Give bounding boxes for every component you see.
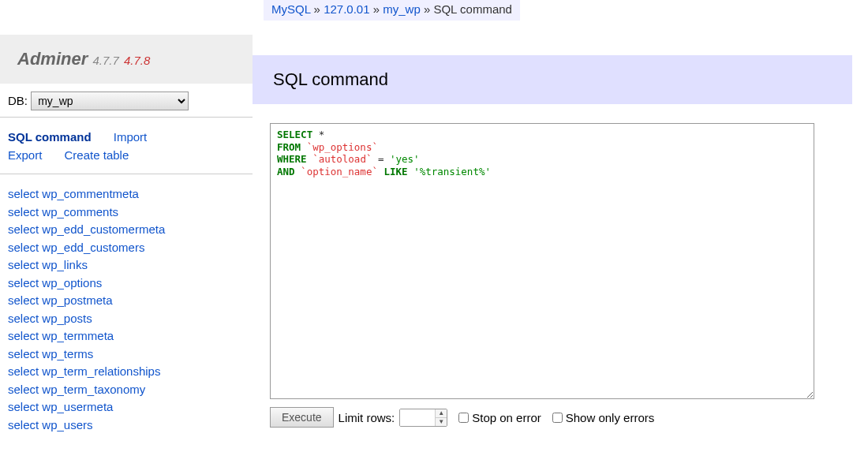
page-title-wrap: SQL command xyxy=(253,55,852,104)
limit-rows-label: Limit rows: xyxy=(339,411,395,424)
table-link[interactable]: select wp_posts xyxy=(8,310,245,328)
sql-token-str: '%transient%' xyxy=(413,166,491,177)
limit-rows-spinner: ▲ ▼ xyxy=(399,409,447,427)
sql-token-kw: FROM xyxy=(277,141,301,153)
table-link[interactable]: select wp_term_relationships xyxy=(8,363,245,381)
stop-on-error-checkbox[interactable] xyxy=(458,413,469,423)
nav-block: SQL command Import Export Create table xyxy=(0,118,253,174)
sql-token-kw: WHERE xyxy=(277,153,307,165)
logo-block: Adminer 4.7.7 4.7.8 xyxy=(0,35,253,84)
table-link[interactable]: select wp_comments xyxy=(8,204,245,222)
app-version-available[interactable]: 4.7.8 xyxy=(124,54,150,67)
sql-token-op: = xyxy=(372,153,390,165)
limit-rows-input[interactable] xyxy=(400,409,435,426)
table-link[interactable]: select wp_term_taxonomy xyxy=(8,381,245,399)
table-link[interactable]: select wp_users xyxy=(8,417,245,435)
breadcrumb-sep: » xyxy=(310,2,324,16)
table-link[interactable]: select wp_links xyxy=(8,256,245,275)
sql-token-kw: LIKE xyxy=(383,166,407,177)
breadcrumb-sep: » xyxy=(370,2,383,16)
breadcrumb: MySQL » 127.0.01 » my_wp » SQL command xyxy=(264,0,520,21)
breadcrumb-sep: » xyxy=(421,2,434,16)
sql-token-op xyxy=(295,166,301,177)
table-link[interactable]: select wp_commentmeta xyxy=(8,185,245,204)
breadcrumb-link[interactable]: 127.0.01 xyxy=(324,2,369,16)
table-link[interactable]: select wp_usermeta xyxy=(8,398,245,417)
stop-on-error-label[interactable]: Stop on error xyxy=(458,411,541,424)
sql-token-bt: `wp_options` xyxy=(307,141,378,153)
sql-token-bt: `option_name` xyxy=(301,166,378,177)
nav-sql-command[interactable]: SQL command xyxy=(8,129,92,147)
table-link[interactable]: select wp_edd_customers xyxy=(8,239,245,257)
breadcrumb-current: SQL command xyxy=(433,2,512,16)
show-only-errors-checkbox[interactable] xyxy=(552,413,563,423)
sql-token-kw: AND xyxy=(277,166,295,177)
table-link[interactable]: select wp_edd_customermeta xyxy=(8,221,245,239)
execute-button[interactable]: Execute xyxy=(270,407,334,428)
sql-token-op xyxy=(408,166,414,177)
app-version-current: 4.7.7 xyxy=(92,54,118,67)
tables-list: select wp_commentmetaselect wp_commentss… xyxy=(0,174,253,445)
nav-import[interactable]: Import xyxy=(114,129,148,147)
page-title: SQL command xyxy=(253,55,852,104)
breadcrumb-link[interactable]: MySQL xyxy=(271,2,310,16)
breadcrumb-link[interactable]: my_wp xyxy=(383,2,421,16)
sql-token-op: * xyxy=(312,129,324,140)
spinner-up-icon[interactable]: ▲ xyxy=(436,409,447,418)
table-link[interactable]: select wp_terms xyxy=(8,346,245,364)
spinner-down-icon[interactable]: ▼ xyxy=(436,418,447,426)
sql-textarea[interactable]: SELECT * FROM `wp_options` WHERE `autolo… xyxy=(270,123,814,399)
app-name: Adminer xyxy=(17,49,88,69)
sql-token-bt: `autoload` xyxy=(312,153,372,165)
table-link[interactable]: select wp_termmeta xyxy=(8,327,245,346)
show-only-errors-label[interactable]: Show only errors xyxy=(552,411,655,424)
table-link[interactable]: select wp_postmeta xyxy=(8,292,245,310)
table-link[interactable]: select wp_options xyxy=(8,275,245,293)
db-select[interactable]: my_wp xyxy=(31,92,189,110)
nav-create-table[interactable]: Create table xyxy=(65,147,129,165)
db-label: DB: xyxy=(8,94,28,107)
sql-token-kw: SELECT xyxy=(277,129,312,140)
db-selector-row: DB: my_wp xyxy=(0,84,253,118)
controls-row: Execute Limit rows: ▲ ▼ Stop on error Sh… xyxy=(270,407,852,428)
sql-token-str: 'yes' xyxy=(390,153,420,165)
nav-export[interactable]: Export xyxy=(8,147,42,165)
sql-token-op xyxy=(301,141,307,153)
